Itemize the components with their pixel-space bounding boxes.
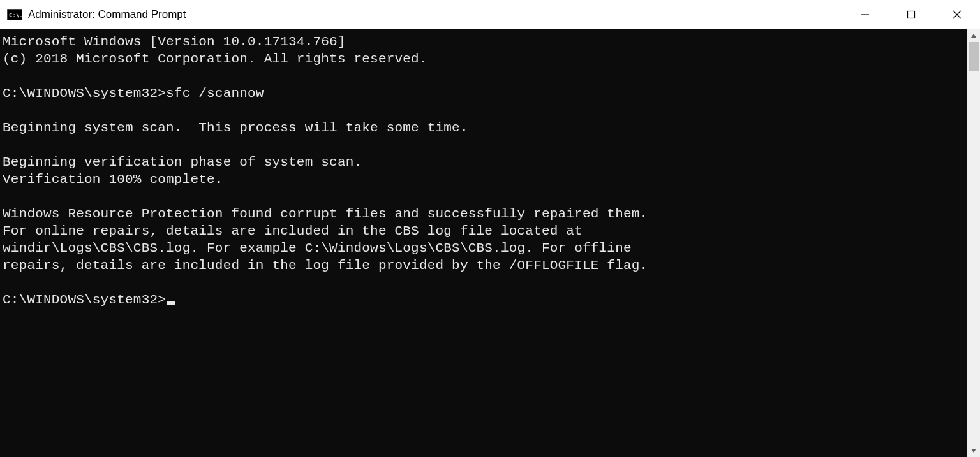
close-button[interactable]: [934, 0, 980, 29]
window-title: Administrator: Command Prompt: [28, 8, 186, 21]
scrollbar-thumb[interactable]: [969, 42, 979, 71]
window-controls: [842, 0, 980, 29]
cursor: [167, 301, 175, 305]
scrollbar-track[interactable]: [967, 42, 980, 444]
scroll-up-arrow-icon[interactable]: [967, 29, 980, 42]
terminal-output[interactable]: Microsoft Windows [Version 10.0.17134.76…: [0, 29, 967, 457]
svg-rect-3: [908, 11, 915, 18]
svg-marker-7: [971, 449, 976, 453]
title-bar[interactable]: C:\. Administrator: Command Prompt: [0, 0, 980, 29]
maximize-button[interactable]: [888, 0, 934, 29]
cmd-icon: C:\.: [6, 8, 23, 21]
prompt-line: C:\WINDOWS\system32>: [3, 293, 166, 307]
minimize-button[interactable]: [842, 0, 888, 29]
vertical-scrollbar[interactable]: [967, 29, 980, 457]
svg-marker-6: [971, 34, 976, 38]
svg-text:C:\.: C:\.: [9, 12, 22, 18]
scroll-down-arrow-icon[interactable]: [967, 444, 980, 457]
